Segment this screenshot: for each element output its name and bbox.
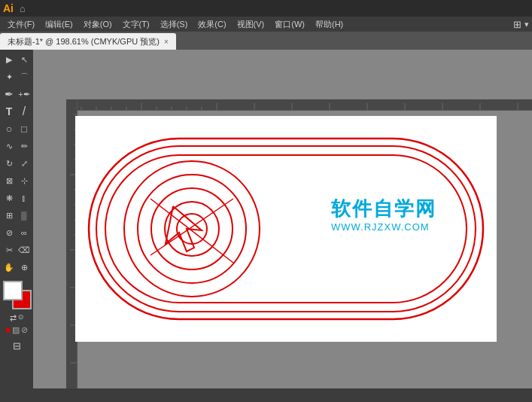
main-layout: ▶ ↖ ✦ ⌒ ✒ +✒ T / ○ □ ∿ ✏ ↻ ⤢ ⊠ ⊹ [0,50,532,402]
paint-brush-tool[interactable]: ∿ [2,138,17,154]
workspace-dropdown[interactable]: ▾ [524,20,529,29]
menu-file[interactable]: 文件(F) [3,19,39,30]
select-tool[interactable]: ▶ [2,51,17,68]
gradient-color-icon[interactable]: ▨ [12,325,20,335]
color-mode-controls: ■ ▨ ⊘ [5,325,28,335]
pen-tool[interactable]: ✒ [2,86,17,102]
transform-tools[interactable]: ↻ ⤢ [2,155,32,172]
ruler-horizontal [66,99,532,111]
rotate-tool[interactable]: ↻ [2,155,17,172]
status-bar [33,388,532,402]
hand-zoom-tools[interactable]: ✋ ⊕ [2,259,32,276]
eyedropper-blend-tools[interactable]: ⊘ ∞ [2,224,32,241]
scissors-eraser-tools[interactable]: ✂ ⌫ [2,242,32,258]
toolbar: ▶ ↖ ✦ ⌒ ✒ +✒ T / ○ □ ∿ ✏ ↻ ⤢ ⊠ ⊹ [0,50,33,402]
tab-close-button[interactable]: × [164,38,169,46]
type-tool[interactable]: T [2,103,17,120]
swap-colors-icon[interactable]: ⇄ [10,313,17,323]
watermark-main-text: 软件自学网 [330,197,436,220]
puppet-warp-tool[interactable]: ⊹ [17,172,32,189]
free-transform-tool[interactable]: ⊠ [2,172,17,189]
none-color-icon[interactable]: ⊘ [21,325,28,335]
menu-select[interactable]: 选择(S) [156,19,193,30]
ai-logo: Ai [3,2,14,14]
eraser-tool[interactable]: ⌫ [17,242,32,258]
brush-tools[interactable]: ∿ ✏ [2,138,32,154]
title-bar: Ai ⌂ [0,0,532,17]
zoom-tool[interactable]: ⊕ [17,259,32,276]
menu-window[interactable]: 窗口(W) [270,19,309,30]
artboard: 软件自学网 WWW.RJZXW.COM [75,116,497,342]
svg-line-42 [150,199,233,263]
document-tab[interactable]: 未标题-1* @ 198.61% (CMYK/GPU 预览) × [0,33,176,50]
pen-tools[interactable]: ✒ +✒ [2,86,32,102]
scissors-tool[interactable]: ✂ [2,242,17,258]
rect-tool[interactable]: □ [17,120,32,137]
mesh-tool[interactable]: ⊞ [2,207,17,224]
lasso-tool[interactable]: ⌒ [17,69,32,85]
canvas-area: 软件自学网 WWW.RJZXW.COM [33,50,532,402]
screen-mode-button[interactable]: ⊟ [13,339,21,352]
menu-text[interactable]: 文字(T) [118,19,154,30]
type-tools[interactable]: T / [2,103,32,120]
symbol-spray-tool[interactable]: ❋ [2,190,17,206]
tab-label: 未标题-1* @ 198.61% (CMYK/GPU 预览) [8,36,160,47]
color-swatches [2,281,32,311]
mesh-gradient-tools[interactable]: ⊞ ▒ [2,207,32,224]
column-graph-tool[interactable]: ⫿ [17,190,32,206]
add-anchor-tool[interactable]: +✒ [17,86,32,102]
artwork: 软件自学网 WWW.RJZXW.COM [75,116,497,342]
direct-select-tool[interactable]: ↖ [17,51,32,68]
hand-tool[interactable]: ✋ [2,259,17,276]
menu-bar: 文件(F) 编辑(E) 对象(O) 文字(T) 选择(S) 效果(C) 视图(V… [0,17,532,32]
workspace-icon[interactable]: ⊞ [513,19,521,30]
symbol-tools[interactable]: ❋ ⫿ [2,190,32,206]
gradient-tool[interactable]: ▒ [17,207,32,224]
blend-tool[interactable]: ∞ [17,224,32,241]
menu-help[interactable]: 帮助(H) [311,19,348,30]
fill-swatch[interactable] [3,281,23,300]
select-tools[interactable]: ▶ ↖ [2,51,32,68]
reset-colors-icon[interactable]: ⊙ [18,313,24,323]
svg-line-43 [150,199,233,255]
shape-tools[interactable]: ○ □ [2,120,32,137]
pencil-tool[interactable]: ✏ [17,138,32,154]
eyedropper-tool[interactable]: ⊘ [2,224,17,241]
tab-bar: 未标题-1* @ 198.61% (CMYK/GPU 预览) × [0,32,532,50]
svg-rect-0 [66,99,532,111]
line-tool[interactable]: / [17,103,32,120]
color-controls: ⇄ ⊙ [10,313,24,323]
watermark-sub-text: WWW.RJZXW.COM [331,221,430,233]
menu-view[interactable]: 视图(V) [233,19,269,30]
menu-edit[interactable]: 编辑(E) [41,19,78,30]
scale-tool[interactable]: ⤢ [17,155,32,172]
color-icon[interactable]: ■ [5,325,11,335]
warp-tools[interactable]: ⊠ ⊹ [2,172,32,189]
home-icon[interactable]: ⌂ [20,3,26,14]
magic-wand-tool[interactable]: ✦ [2,69,17,85]
menu-object[interactable]: 对象(O) [79,19,117,30]
magic-lasso-tools[interactable]: ✦ ⌒ [2,69,32,85]
menu-effect[interactable]: 效果(C) [193,19,230,30]
ellipse-tool[interactable]: ○ [2,120,17,137]
